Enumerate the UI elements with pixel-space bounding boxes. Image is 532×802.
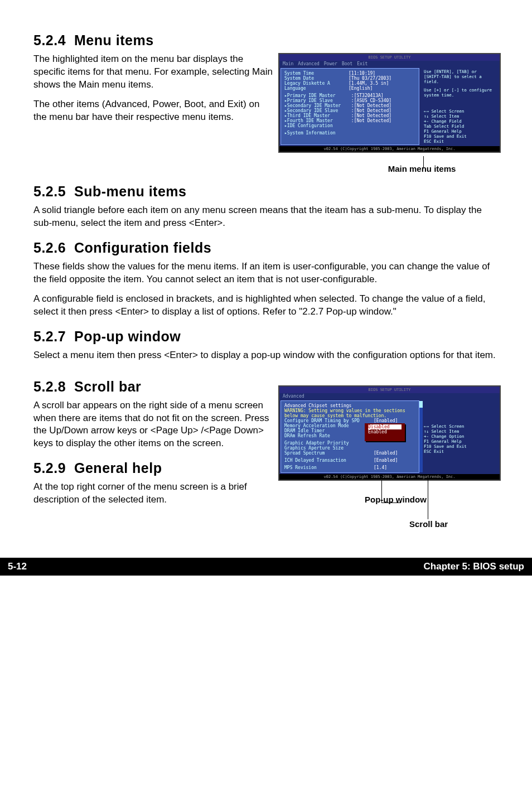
sec-5-2-9-p1: At the top right corner of the menu scre… (33, 481, 273, 506)
sec-5-2-4-heading: 5.2.4 Menu items (33, 32, 499, 49)
sec-5-2-5-heading: 5.2.5 Sub-menu items (33, 183, 499, 200)
sec-5-2-8-p1: A scroll bar appears on the right side o… (33, 399, 273, 451)
sec-5-2-7-p1: Select a menu item then press <Enter> to… (33, 349, 499, 362)
popup-caption: Pop-up window (365, 495, 427, 504)
sec-5-2-5-p1: A solid triangle before each item on any… (33, 204, 499, 230)
scrollbar-caption: Scroll bar (409, 519, 448, 529)
bios-main-screenshot: BIOS SETUP UTILITY MainAdvancedPowerBoot… (278, 53, 501, 153)
scrollbar (419, 401, 423, 472)
sec-5-2-6-p1: These fields show the values for the men… (33, 260, 499, 286)
sec-5-2-8-heading: 5.2.8 Scroll bar (33, 379, 273, 395)
sec-5-2-6-heading: 5.2.6 Configuration fields (33, 240, 499, 256)
page-footer: 5-12 Chapter 5: BIOS setup (0, 558, 532, 576)
page-number: 5-12 (8, 561, 27, 572)
sec-5-2-9-heading: 5.2.9 General help (33, 460, 273, 476)
bios-advanced-screenshot: BIOS SETUP UTILITY Advanced Advanced Chi… (278, 385, 501, 481)
popup-menu: Disabled Enabled (365, 423, 405, 441)
sec-5-2-6-p2: A configurable field is enclosed in brac… (33, 293, 499, 318)
sec-5-2-7-heading: 5.2.7 Pop-up window (33, 328, 499, 345)
sec-5-2-4-p2: The other items (Advanced, Power, Boot, … (33, 98, 273, 124)
chapter-title: Chapter 5: BIOS setup (424, 561, 524, 572)
sec-5-2-4-p1: The highlighted item on the menu bar dis… (33, 53, 273, 91)
bios-main-caption: Main menu items (345, 164, 499, 173)
